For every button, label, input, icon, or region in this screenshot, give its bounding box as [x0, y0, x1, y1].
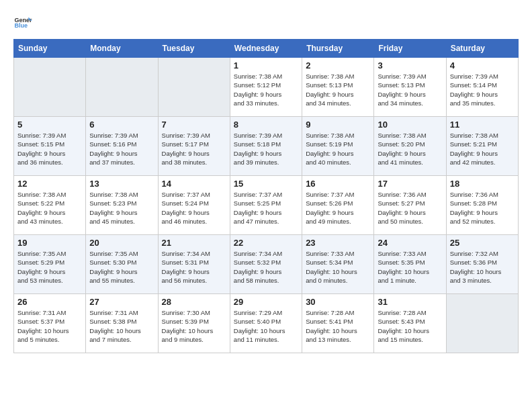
day-number: 24	[378, 238, 442, 248]
day-info: Sunrise: 7:33 AM Sunset: 5:34 PM Dayligh…	[306, 249, 370, 285]
day-info: Sunrise: 7:39 AM Sunset: 5:15 PM Dayligh…	[17, 131, 82, 167]
day-info: Sunrise: 7:36 AM Sunset: 5:28 PM Dayligh…	[450, 190, 515, 226]
day-info: Sunrise: 7:31 AM Sunset: 5:38 PM Dayligh…	[89, 308, 154, 344]
calendar-cell: 23Sunrise: 7:33 AM Sunset: 5:34 PM Dayli…	[302, 235, 374, 294]
header-day-thursday: Thursday	[302, 40, 374, 58]
calendar-cell: 17Sunrise: 7:36 AM Sunset: 5:27 PM Dayli…	[374, 176, 446, 235]
calendar-cell: 15Sunrise: 7:37 AM Sunset: 5:25 PM Dayli…	[230, 176, 302, 235]
day-number: 30	[306, 297, 370, 307]
calendar-cell: 16Sunrise: 7:37 AM Sunset: 5:26 PM Dayli…	[302, 176, 374, 235]
day-number: 25	[450, 238, 515, 248]
header-day-sunday: Sunday	[14, 40, 86, 58]
day-info: Sunrise: 7:39 AM Sunset: 5:17 PM Dayligh…	[162, 131, 226, 167]
calendar-table: SundayMondayTuesdayWednesdayThursdayFrid…	[13, 39, 519, 353]
day-number: 7	[162, 120, 226, 130]
calendar-cell: 21Sunrise: 7:34 AM Sunset: 5:31 PM Dayli…	[158, 235, 230, 294]
day-info: Sunrise: 7:38 AM Sunset: 5:23 PM Dayligh…	[89, 190, 154, 226]
day-info: Sunrise: 7:37 AM Sunset: 5:26 PM Dayligh…	[306, 190, 370, 226]
day-number: 5	[17, 120, 82, 130]
day-info: Sunrise: 7:31 AM Sunset: 5:37 PM Dayligh…	[17, 308, 82, 344]
calendar-cell: 31Sunrise: 7:28 AM Sunset: 5:43 PM Dayli…	[374, 294, 446, 353]
day-info: Sunrise: 7:28 AM Sunset: 5:43 PM Dayligh…	[378, 308, 442, 344]
day-number: 17	[378, 179, 442, 189]
header-day-friday: Friday	[374, 40, 446, 58]
day-number: 23	[306, 238, 370, 248]
logo-icon: General Blue	[13, 13, 32, 32]
day-number: 15	[234, 179, 298, 189]
calendar-cell: 2Sunrise: 7:38 AM Sunset: 5:13 PM Daylig…	[302, 58, 374, 117]
calendar-cell: 8Sunrise: 7:39 AM Sunset: 5:18 PM Daylig…	[230, 117, 302, 176]
calendar-cell	[158, 58, 230, 117]
day-number: 21	[162, 238, 226, 248]
logo: General Blue	[13, 13, 32, 32]
calendar-cell: 24Sunrise: 7:33 AM Sunset: 5:35 PM Dayli…	[374, 235, 446, 294]
day-number: 9	[306, 120, 370, 130]
day-number: 16	[306, 179, 370, 189]
week-row-1: 1Sunrise: 7:38 AM Sunset: 5:12 PM Daylig…	[14, 58, 519, 117]
day-number: 20	[89, 238, 154, 248]
day-number: 29	[234, 297, 298, 307]
day-number: 28	[162, 297, 226, 307]
calendar-cell: 4Sunrise: 7:39 AM Sunset: 5:14 PM Daylig…	[446, 58, 518, 117]
day-info: Sunrise: 7:28 AM Sunset: 5:41 PM Dayligh…	[306, 308, 370, 344]
day-number: 31	[378, 297, 442, 307]
day-info: Sunrise: 7:39 AM Sunset: 5:16 PM Dayligh…	[89, 131, 154, 167]
calendar-cell: 13Sunrise: 7:38 AM Sunset: 5:23 PM Dayli…	[86, 176, 158, 235]
header-day-saturday: Saturday	[446, 40, 518, 58]
day-info: Sunrise: 7:35 AM Sunset: 5:29 PM Dayligh…	[17, 249, 82, 285]
day-info: Sunrise: 7:38 AM Sunset: 5:22 PM Dayligh…	[17, 190, 82, 226]
day-info: Sunrise: 7:37 AM Sunset: 5:25 PM Dayligh…	[234, 190, 298, 226]
day-info: Sunrise: 7:30 AM Sunset: 5:39 PM Dayligh…	[162, 308, 226, 344]
calendar-cell: 30Sunrise: 7:28 AM Sunset: 5:41 PM Dayli…	[302, 294, 374, 353]
day-number: 11	[450, 120, 515, 130]
week-row-4: 19Sunrise: 7:35 AM Sunset: 5:29 PM Dayli…	[14, 235, 519, 294]
day-number: 2	[306, 60, 370, 71]
header-day-monday: Monday	[86, 40, 158, 58]
calendar-cell: 20Sunrise: 7:35 AM Sunset: 5:30 PM Dayli…	[86, 235, 158, 294]
calendar-cell: 28Sunrise: 7:30 AM Sunset: 5:39 PM Dayli…	[158, 294, 230, 353]
week-row-5: 26Sunrise: 7:31 AM Sunset: 5:37 PM Dayli…	[14, 294, 519, 353]
calendar-cell: 19Sunrise: 7:35 AM Sunset: 5:29 PM Dayli…	[14, 235, 86, 294]
day-number: 13	[89, 179, 154, 189]
calendar-cell: 26Sunrise: 7:31 AM Sunset: 5:37 PM Dayli…	[14, 294, 86, 353]
day-number: 6	[89, 120, 154, 130]
calendar-cell: 25Sunrise: 7:32 AM Sunset: 5:36 PM Dayli…	[446, 235, 518, 294]
day-number: 10	[378, 120, 442, 130]
calendar-cell: 29Sunrise: 7:29 AM Sunset: 5:40 PM Dayli…	[230, 294, 302, 353]
day-info: Sunrise: 7:33 AM Sunset: 5:35 PM Dayligh…	[378, 249, 442, 285]
calendar-cell: 27Sunrise: 7:31 AM Sunset: 5:38 PM Dayli…	[86, 294, 158, 353]
day-info: Sunrise: 7:39 AM Sunset: 5:14 PM Dayligh…	[450, 72, 515, 107]
header-day-tuesday: Tuesday	[158, 40, 230, 58]
day-info: Sunrise: 7:38 AM Sunset: 5:19 PM Dayligh…	[306, 131, 370, 167]
calendar-cell: 18Sunrise: 7:36 AM Sunset: 5:28 PM Dayli…	[446, 176, 518, 235]
day-info: Sunrise: 7:38 AM Sunset: 5:12 PM Dayligh…	[234, 72, 298, 107]
calendar-cell	[446, 294, 518, 353]
calendar-cell: 14Sunrise: 7:37 AM Sunset: 5:24 PM Dayli…	[158, 176, 230, 235]
header: General Blue	[13, 13, 519, 32]
calendar-cell: 3Sunrise: 7:39 AM Sunset: 5:13 PM Daylig…	[374, 58, 446, 117]
calendar-cell	[86, 58, 158, 117]
day-info: Sunrise: 7:39 AM Sunset: 5:13 PM Dayligh…	[378, 72, 442, 107]
week-row-3: 12Sunrise: 7:38 AM Sunset: 5:22 PM Dayli…	[14, 176, 519, 235]
day-info: Sunrise: 7:38 AM Sunset: 5:20 PM Dayligh…	[378, 131, 442, 167]
day-info: Sunrise: 7:34 AM Sunset: 5:31 PM Dayligh…	[162, 249, 226, 285]
header-row: SundayMondayTuesdayWednesdayThursdayFrid…	[14, 40, 519, 58]
day-info: Sunrise: 7:32 AM Sunset: 5:36 PM Dayligh…	[450, 249, 515, 285]
calendar-cell: 9Sunrise: 7:38 AM Sunset: 5:19 PM Daylig…	[302, 117, 374, 176]
day-info: Sunrise: 7:39 AM Sunset: 5:18 PM Dayligh…	[234, 131, 298, 167]
calendar-cell: 7Sunrise: 7:39 AM Sunset: 5:17 PM Daylig…	[158, 117, 230, 176]
day-info: Sunrise: 7:38 AM Sunset: 5:21 PM Dayligh…	[450, 131, 515, 167]
day-info: Sunrise: 7:36 AM Sunset: 5:27 PM Dayligh…	[378, 190, 442, 226]
day-number: 8	[234, 120, 298, 130]
calendar-cell: 6Sunrise: 7:39 AM Sunset: 5:16 PM Daylig…	[86, 117, 158, 176]
svg-text:Blue: Blue	[14, 22, 28, 29]
day-number: 4	[450, 60, 515, 71]
calendar-cell: 1Sunrise: 7:38 AM Sunset: 5:12 PM Daylig…	[230, 58, 302, 117]
day-number: 12	[17, 179, 82, 189]
calendar-cell: 10Sunrise: 7:38 AM Sunset: 5:20 PM Dayli…	[374, 117, 446, 176]
day-number: 19	[17, 238, 82, 248]
day-number: 1	[234, 60, 298, 71]
calendar-cell: 22Sunrise: 7:34 AM Sunset: 5:32 PM Dayli…	[230, 235, 302, 294]
calendar-cell: 5Sunrise: 7:39 AM Sunset: 5:15 PM Daylig…	[14, 117, 86, 176]
day-info: Sunrise: 7:29 AM Sunset: 5:40 PM Dayligh…	[234, 308, 298, 344]
